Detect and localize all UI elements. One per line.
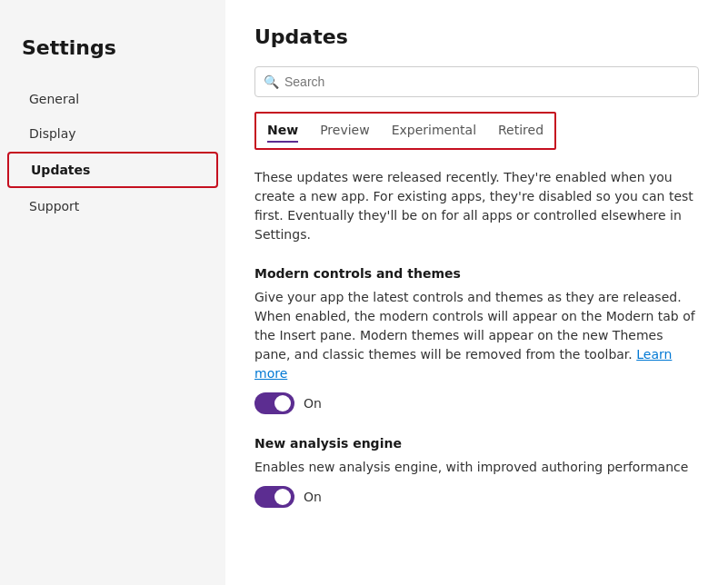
main-content: Updates 🔍 New Preview Experimental Retir…	[225, 0, 728, 585]
toggle-track	[254, 392, 294, 414]
toggle-label-analysis-engine: On	[304, 490, 322, 504]
page-title: Updates	[254, 25, 699, 48]
search-input[interactable]	[254, 66, 699, 97]
feature-title-modern-controls: Modern controls and themes	[254, 266, 699, 281]
sidebar-item-label: Display	[29, 126, 76, 141]
toggle-row-analysis-engine: On	[254, 486, 699, 508]
sidebar-item-support[interactable]: Support	[7, 190, 218, 223]
toggle-modern-controls[interactable]	[254, 392, 294, 414]
sidebar: Settings General Display Updates Support	[0, 0, 225, 585]
feature-desc-modern-controls: Give your app the latest controls and th…	[254, 288, 699, 383]
toggle-analysis-engine[interactable]	[254, 486, 294, 508]
toggle-thumb	[274, 395, 291, 411]
feature-analysis-engine: New analysis engine Enables new analysis…	[254, 436, 699, 508]
tab-experimental[interactable]: Experimental	[392, 119, 476, 143]
tab-retired[interactable]: Retired	[498, 119, 544, 143]
sidebar-item-label: Updates	[31, 163, 90, 177]
tab-new[interactable]: New	[267, 119, 298, 143]
tab-description: These updates were released recently. Th…	[254, 168, 699, 244]
sidebar-item-updates[interactable]: Updates	[7, 152, 218, 188]
sidebar-item-label: Support	[29, 199, 79, 213]
toggle-row-modern-controls: On	[254, 392, 699, 414]
tab-preview[interactable]: Preview	[320, 119, 370, 143]
toggle-label-modern-controls: On	[304, 396, 322, 411]
feature-title-analysis-engine: New analysis engine	[254, 436, 699, 451]
app-title: Settings	[0, 22, 225, 81]
feature-modern-controls: Modern controls and themes Give your app…	[254, 266, 699, 414]
search-container: 🔍	[254, 66, 699, 97]
toggle-thumb-2	[274, 489, 291, 505]
sidebar-item-display[interactable]: Display	[7, 117, 218, 150]
sidebar-item-label: General	[29, 92, 79, 106]
toggle-track-2	[254, 486, 294, 508]
tabs-container: New Preview Experimental Retired	[254, 112, 556, 150]
sidebar-item-general[interactable]: General	[7, 83, 218, 115]
search-icon: 🔍	[264, 74, 279, 89]
feature-desc-analysis-engine: Enables new analysis engine, with improv…	[254, 458, 699, 477]
